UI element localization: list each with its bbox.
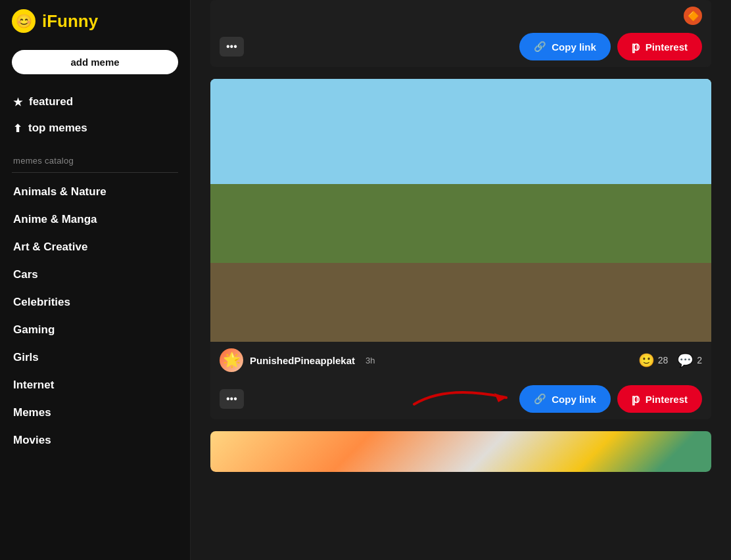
top-memes-label: top memes — [28, 122, 87, 135]
pinterest-button[interactable]: 𝕡 Pinterest — [617, 33, 702, 60]
sidebar-item-internet[interactable]: Internet — [0, 371, 190, 399]
username: PunishedPineapplekat — [250, 355, 355, 366]
reactions: 🙂 28 💬 2 — [638, 352, 702, 368]
card-image: TikTok @teamfortress2_fan1 — [210, 79, 711, 342]
more-options-button[interactable]: ••• — [220, 37, 244, 57]
emoji-reaction: 🙂 28 — [638, 352, 669, 368]
comment-reaction: 💬 2 — [677, 352, 702, 368]
sidebar-item-movies[interactable]: Movies — [0, 427, 190, 454]
more-options-button-2[interactable]: ••• — [220, 389, 244, 409]
copy-link-label-2: Copy link — [552, 394, 596, 405]
comment-icon: 💬 — [677, 352, 694, 368]
catalog-label: memes catalog — [0, 145, 190, 170]
sidebar-item-featured[interactable]: ★ featured — [0, 89, 190, 115]
sidebar-item-animals[interactable]: Animals & Nature — [0, 178, 190, 206]
logo-area: 😊 iFunny — [0, 0, 190, 42]
card-bottom-image — [210, 431, 711, 472]
copy-link-label: Copy link — [552, 41, 596, 53]
card-bottom-partial — [210, 431, 711, 472]
pinterest-label: Pinterest — [646, 41, 688, 53]
pinterest-label-2: Pinterest — [646, 394, 688, 405]
post-info-bar: 🌟 PunishedPineapplekat 3h 🙂 28 💬 2 — [210, 342, 711, 379]
smile-icon: 🙂 — [638, 352, 655, 368]
sidebar-item-cars[interactable]: Cars — [0, 261, 190, 289]
action-buttons-2: 🔗 Copy link 𝕡 Pinterest — [519, 385, 702, 413]
nav-section: ★ featured ⬆ top memes — [0, 82, 190, 145]
logo-icon: 😊 — [12, 9, 35, 33]
copy-link-button-2[interactable]: 🔗 Copy link — [519, 385, 611, 413]
avatar: 🌟 — [220, 348, 243, 372]
pinterest-button-2[interactable]: 𝕡 Pinterest — [617, 385, 702, 413]
sidebar: 😊 iFunny add meme ★ featured ⬆ top memes… — [0, 0, 191, 560]
copy-link-button[interactable]: 🔗 Copy link — [519, 33, 611, 60]
pinterest-icon: 𝕡 — [632, 39, 640, 54]
scene-background — [210, 79, 711, 342]
comment-count: 2 — [697, 355, 702, 365]
emoji-count: 28 — [658, 355, 669, 365]
pinterest-icon-2: 𝕡 — [632, 392, 640, 406]
action-bar-wrapper: ••• 🔗 Copy link 𝕡 Pinterest — [210, 379, 711, 419]
app-name: iFunny — [42, 11, 98, 32]
catalog-divider — [12, 172, 178, 173]
card-action-bar-bottom: ••• 🔗 Copy link 𝕡 Pinterest — [210, 379, 711, 419]
main-content: 🔶 ••• 🔗 Copy link 𝕡 Pinterest — [191, 0, 731, 560]
card-top-partial: 🔶 ••• 🔗 Copy link 𝕡 Pinterest — [210, 0, 711, 67]
card-main: TikTok @teamfortress2_fan1 🌟 PunishedPin… — [210, 79, 711, 419]
sidebar-item-top-memes[interactable]: ⬆ top memes — [0, 115, 190, 141]
sidebar-item-art[interactable]: Art & Creative — [0, 233, 190, 261]
sidebar-item-celebrities[interactable]: Celebrities — [0, 289, 190, 316]
star-icon: ★ — [13, 96, 22, 108]
sidebar-item-anime[interactable]: Anime & Manga — [0, 206, 190, 233]
link-icon: 🔗 — [534, 41, 546, 53]
sidebar-item-gaming[interactable]: Gaming — [0, 316, 190, 344]
avatar-small: 🔶 — [684, 7, 702, 25]
add-meme-button[interactable]: add meme — [12, 50, 178, 74]
sidebar-item-memes[interactable]: Memes — [0, 399, 190, 427]
user-info: 🌟 PunishedPineapplekat 3h — [220, 348, 375, 372]
featured-label: featured — [29, 95, 73, 108]
sidebar-item-girls[interactable]: Girls — [0, 344, 190, 371]
link-icon-2: 🔗 — [534, 393, 546, 405]
scene: TikTok @teamfortress2_fan1 — [210, 79, 711, 342]
up-arrow-icon: ⬆ — [13, 122, 22, 135]
top-avatar-bar: 🔶 — [210, 0, 711, 26]
action-buttons: 🔗 Copy link 𝕡 Pinterest — [519, 33, 702, 60]
time-ago: 3h — [366, 356, 375, 365]
card-action-bar-top: ••• 🔗 Copy link 𝕡 Pinterest — [210, 26, 711, 67]
